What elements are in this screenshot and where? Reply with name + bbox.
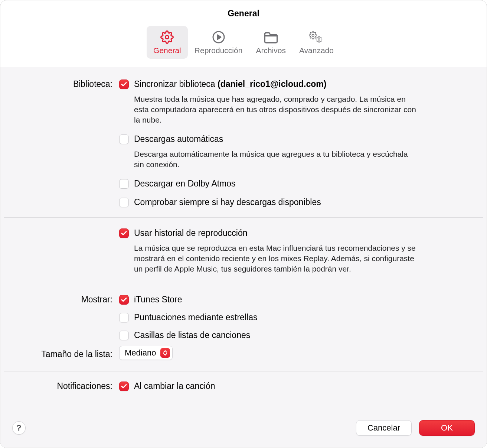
label-list-size: Tamaño de la lista:	[0, 347, 119, 359]
preferences-window: General General Reproducción Archivos	[0, 0, 487, 448]
tab-files[interactable]: Archivos	[249, 26, 292, 59]
auto-download-description: Descarga automáticamente la música que a…	[134, 149, 420, 170]
history-description: La música que se reproduzca en esta Mac …	[134, 243, 420, 274]
sync-description: Muestra toda la música que has agregado,…	[134, 94, 420, 125]
gears-icon	[309, 30, 324, 45]
checkbox-listening-history[interactable]	[119, 228, 129, 238]
label-library: Biblioteca:	[0, 78, 119, 89]
select-value: Mediano	[125, 348, 156, 358]
svg-point-4	[312, 34, 314, 36]
svg-point-0	[166, 36, 169, 39]
checkbox-check-downloads[interactable]	[119, 198, 129, 207]
checkbox-star-ratings[interactable]	[119, 313, 129, 322]
checkbox-label: Comprobar siempre si hay descargas dispo…	[134, 197, 321, 208]
tab-label: General	[153, 46, 181, 55]
toolbar: General Reproducción Archivos Avanzado	[0, 19, 487, 67]
checkbox-label: Descargas automáticas	[134, 133, 223, 145]
checkbox-label: iTunes Store	[134, 294, 182, 305]
tab-label: Archivos	[256, 46, 286, 55]
tab-general[interactable]: General	[147, 26, 188, 59]
checkbox-label: Usar historial de reproducción	[134, 227, 248, 238]
section-notifications: Notificaciones: Al cambiar la canción	[0, 371, 487, 405]
sync-label-text: Sincronizar biblioteca	[134, 79, 218, 89]
cancel-button[interactable]: Cancelar	[356, 420, 412, 436]
checkbox-label: Al cambiar la canción	[134, 380, 215, 392]
ok-button[interactable]: OK	[419, 420, 475, 436]
svg-point-5	[318, 39, 320, 40]
content-area: Biblioteca: Sincronizar biblioteca (dani…	[0, 67, 487, 412]
checkbox-sync-library[interactable]	[119, 79, 129, 89]
checkbox-itunes-store[interactable]	[119, 295, 129, 305]
tab-label: Reproducción	[195, 46, 243, 55]
chevron-up-down-icon	[160, 348, 170, 358]
sync-account: (daniel_rico1@icloud.com)	[218, 79, 326, 89]
checkbox-label: Sincronizar biblioteca (daniel_rico1@icl…	[134, 78, 326, 90]
section-library: Biblioteca: Sincronizar biblioteca (dani…	[0, 78, 487, 217]
svg-marker-2	[218, 35, 221, 39]
gear-icon	[160, 30, 174, 45]
checkbox-song-list-checkboxes[interactable]	[119, 331, 129, 340]
folder-icon	[264, 30, 278, 45]
checkbox-label: Casillas de listas de canciones	[134, 329, 250, 341]
play-circle-icon	[212, 30, 225, 45]
section-show: Mostrar: iTunes Store Puntuaciones media…	[0, 284, 487, 371]
select-list-size[interactable]: Mediano	[119, 346, 173, 360]
label-show: Mostrar:	[0, 294, 119, 305]
checkbox-dolby-atmos[interactable]	[119, 179, 129, 189]
section-history: Usar historial de reproducción La música…	[0, 218, 487, 284]
checkbox-label: Puntuaciones mediante estrellas	[134, 312, 257, 323]
window-title: General	[0, 0, 487, 19]
checkbox-auto-downloads[interactable]	[119, 134, 129, 144]
checkbox-label: Descargar en Dolby Atmos	[134, 178, 236, 189]
tab-advanced[interactable]: Avanzado	[292, 26, 340, 59]
help-button[interactable]: ?	[12, 421, 26, 435]
tab-playback[interactable]: Reproducción	[188, 26, 249, 59]
tab-label: Avanzado	[299, 46, 334, 55]
footer: ? Cancelar OK	[0, 412, 487, 448]
checkbox-on-song-change[interactable]	[119, 382, 129, 391]
label-notifications: Notificaciones:	[0, 380, 119, 391]
